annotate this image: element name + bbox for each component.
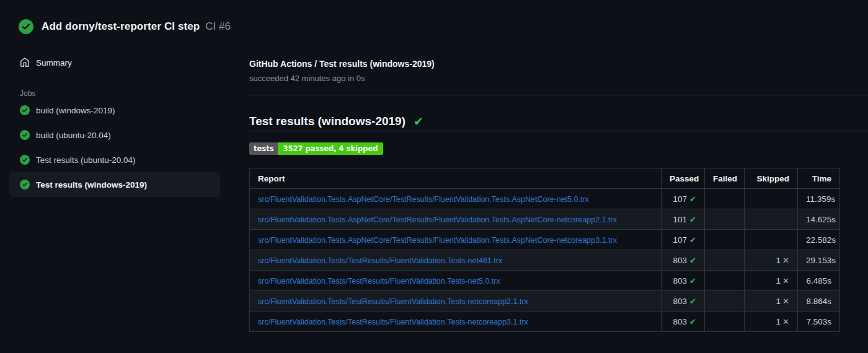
- skipped-x-icon: ✕: [782, 256, 789, 265]
- time-value: 14.625s: [798, 209, 840, 230]
- jobs-section-label: Jobs: [9, 89, 249, 98]
- home-icon: [20, 58, 30, 68]
- report-link[interactable]: src/FluentValidation.Tests.AspNetCore/Te…: [258, 236, 617, 245]
- passed-count: 803: [673, 256, 688, 265]
- passed-count: 803: [673, 276, 688, 285]
- failed-count: [705, 291, 745, 312]
- failed-count: [705, 250, 745, 271]
- check-icon: ✔: [689, 215, 696, 224]
- table-row: src/FluentValidation.Tests/TestResults/F…: [250, 250, 840, 271]
- check-icon: ✔: [689, 317, 696, 326]
- workflow-run-number: CI #6: [205, 20, 231, 33]
- column-header-passed: Passed: [662, 168, 705, 189]
- table-row: src/FluentValidation.Tests.AspNetCore/Te…: [250, 230, 840, 250]
- skipped-count: 1: [776, 297, 781, 306]
- passed-count: 803: [673, 297, 688, 306]
- check-circle-icon: [20, 155, 30, 165]
- table-row: src/FluentValidation.Tests.AspNetCore/Te…: [250, 189, 840, 209]
- sidebar-job-test-results-ubuntu-2004[interactable]: Test results (ubuntu-20.04): [9, 147, 220, 172]
- workflow-run-header: Add dorny/test-reporter CI step CI #6: [0, 0, 868, 35]
- column-header-skipped: Skipped: [745, 168, 798, 189]
- heading-check-icon: ✔: [414, 115, 423, 129]
- check-icon: ✔: [689, 297, 696, 306]
- skipped-x-icon: ✕: [782, 317, 789, 326]
- report-link[interactable]: src/FluentValidation.Tests.AspNetCore/Te…: [258, 195, 589, 204]
- sidebar-job-test-results-windows-2019[interactable]: Test results (windows-2019): [9, 172, 220, 197]
- report-link[interactable]: src/FluentValidation.Tests/TestResults/F…: [258, 277, 500, 285]
- column-header-failed: Failed: [705, 168, 745, 189]
- sidebar-job-label: build (ubuntu-20.04): [36, 131, 111, 140]
- check-icon: ✔: [689, 276, 696, 285]
- sidebar-job-label: build (windows-2019): [36, 106, 115, 115]
- time-value: 7.503s: [798, 312, 840, 332]
- skipped-count: 1: [776, 317, 781, 326]
- time-value: 6.485s: [798, 271, 840, 291]
- check-circle-icon: [20, 180, 30, 190]
- table-header-row: Report Passed Failed Skipped Time: [250, 168, 840, 189]
- check-circle-icon: [20, 130, 30, 140]
- check-icon: ✔: [689, 256, 696, 265]
- skipped-count: [745, 189, 798, 209]
- failed-count: [705, 209, 745, 230]
- passed-count: 107: [673, 194, 688, 204]
- skipped-count: [745, 209, 798, 230]
- table-row: src/FluentValidation.Tests.AspNetCore/Te…: [250, 209, 840, 230]
- failed-count: [705, 189, 745, 209]
- tests-badge-label: tests: [249, 142, 278, 155]
- report-link[interactable]: src/FluentValidation.Tests/TestResults/F…: [258, 256, 502, 265]
- failed-count: [705, 230, 745, 250]
- table-row: src/FluentValidation.Tests/TestResults/F…: [250, 312, 840, 332]
- section-heading-text: Test results (windows-2019): [249, 115, 405, 128]
- skipped-x-icon: ✕: [782, 276, 789, 285]
- report-link[interactable]: src/FluentValidation.Tests/TestResults/F…: [258, 318, 528, 326]
- check-icon: ✔: [689, 235, 696, 245]
- skipped-count: 1: [776, 276, 781, 285]
- divider: [249, 95, 868, 95]
- test-results-table: Report Passed Failed Skipped Time src/Fl…: [249, 168, 840, 332]
- workflow-run-title: Add dorny/test-reporter CI step: [42, 20, 200, 33]
- sidebar-job-label: Test results (ubuntu-20.04): [36, 155, 136, 165]
- skipped-count: 1: [776, 256, 781, 265]
- failed-count: [705, 312, 745, 332]
- check-circle-icon: [20, 105, 30, 115]
- passed-count: 107: [673, 235, 688, 245]
- tests-badge: tests 3527 passed, 4 skipped: [249, 142, 383, 155]
- column-header-time: Time: [798, 168, 840, 189]
- report-link[interactable]: src/FluentValidation.Tests/TestResults/F…: [258, 297, 528, 306]
- table-row: src/FluentValidation.Tests/TestResults/F…: [250, 291, 840, 312]
- time-value: 29.153s: [798, 250, 840, 271]
- check-icon: ✔: [689, 194, 696, 204]
- table-row: src/FluentValidation.Tests/TestResults/F…: [250, 271, 840, 291]
- tests-badge-value: 3527 passed, 4 skipped: [278, 142, 383, 155]
- time-value: 22.582s: [798, 230, 840, 250]
- column-header-report: Report: [250, 168, 662, 189]
- divider: [249, 131, 868, 131]
- time-value: 8.864s: [798, 291, 840, 312]
- passed-count: 101: [673, 215, 688, 224]
- check-run-title: GitHub Actions / Test results (windows-2…: [249, 59, 868, 69]
- sidebar-job-label: Test results (windows-2019): [36, 180, 147, 190]
- section-heading: Test results (windows-2019) ✔: [249, 113, 868, 129]
- report-link[interactable]: src/FluentValidation.Tests.AspNetCore/Te…: [258, 216, 617, 224]
- sidebar-summary-label: Summary: [36, 58, 72, 68]
- failed-count: [705, 271, 745, 291]
- check-run-status: succeeded 42 minutes ago in 0s: [249, 74, 868, 83]
- jobs-sidebar: Summary Jobs build (windows-2019) build …: [0, 35, 249, 197]
- skipped-x-icon: ✕: [782, 297, 789, 306]
- sidebar-item-summary[interactable]: Summary: [9, 55, 249, 70]
- skipped-count: [745, 230, 798, 250]
- sidebar-job-build-ubuntu-2004[interactable]: build (ubuntu-20.04): [9, 123, 220, 147]
- passed-count: 803: [673, 317, 688, 326]
- check-circle-icon: [19, 19, 33, 34]
- time-value: 11.359s: [798, 189, 840, 209]
- sidebar-job-build-windows-2019[interactable]: build (windows-2019): [9, 98, 220, 123]
- check-run-panel: GitHub Actions / Test results (windows-2…: [249, 35, 868, 332]
